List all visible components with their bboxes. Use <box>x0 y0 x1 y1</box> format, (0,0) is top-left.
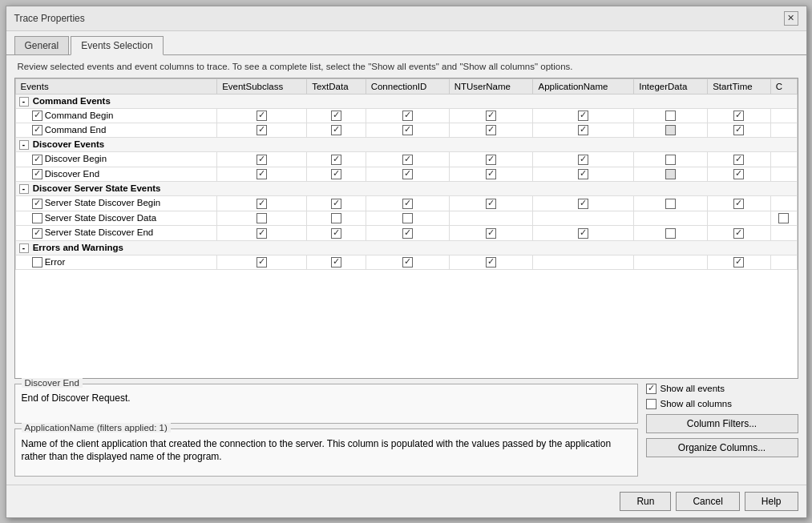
tab-events-selection[interactable]: Events Selection <box>71 36 163 55</box>
col-textdata: TextData <box>307 78 366 94</box>
cell-checkbox[interactable] <box>257 111 267 121</box>
help-button[interactable]: Help <box>745 492 798 511</box>
group-errors-warnings: - Errors and Warnings <box>15 240 797 255</box>
col-applicationname: ApplicationName <box>533 78 634 94</box>
cancel-button[interactable]: Cancel <box>676 492 739 511</box>
cell-checkbox[interactable] <box>733 111 744 121</box>
row-checkbox[interactable] <box>32 155 42 165</box>
cell-checkbox[interactable] <box>331 111 341 121</box>
row-checkbox[interactable] <box>32 111 42 121</box>
cell-checkbox[interactable] <box>331 228 341 239</box>
cell-checkbox[interactable] <box>257 199 267 209</box>
cell-checkbox[interactable] <box>733 257 744 268</box>
bottom-right-panel: Show all events Show all columns Column … <box>646 384 798 477</box>
main-content: Events EventSubclass TextData Connection… <box>6 78 806 485</box>
cell-checkbox[interactable] <box>402 199 413 209</box>
group-toggle-server-state[interactable]: - <box>19 184 29 194</box>
cell-checkbox[interactable] <box>257 257 267 268</box>
discover-end-box: Discover End End of Discover Request. <box>14 384 638 424</box>
tab-bar: General Events Selection <box>6 31 806 55</box>
tab-general[interactable]: General <box>14 36 70 54</box>
cell-checkbox[interactable] <box>665 125 676 135</box>
cell-checkbox[interactable] <box>486 155 496 165</box>
cell-checkbox[interactable] <box>578 111 588 121</box>
close-button[interactable]: ✕ <box>784 11 798 26</box>
table-row: Discover End <box>15 167 797 181</box>
organize-columns-button[interactable]: Organize Columns... <box>646 438 798 457</box>
cell-checkbox[interactable] <box>257 169 267 179</box>
cell-checkbox[interactable] <box>486 199 496 209</box>
cell-checkbox[interactable] <box>733 199 744 209</box>
show-all-columns-label: Show all columns <box>661 399 732 408</box>
cell-checkbox[interactable] <box>665 169 676 179</box>
row-checkbox[interactable] <box>32 169 42 179</box>
show-all-events-row: Show all events <box>646 384 798 394</box>
cell-checkbox[interactable] <box>257 155 267 165</box>
description-text: Review selected events and event columns… <box>6 55 806 78</box>
cell-checkbox[interactable] <box>257 213 267 223</box>
cell-checkbox[interactable] <box>665 111 676 121</box>
cell-checkbox[interactable] <box>486 111 496 121</box>
cell-checkbox[interactable] <box>331 155 341 165</box>
cell-checkbox[interactable] <box>778 213 789 223</box>
col-integerdata: IntegerData <box>634 78 708 94</box>
col-starttime: StartTime <box>708 78 771 94</box>
table-row: Server State Discover Data <box>15 211 797 225</box>
cell-checkbox[interactable] <box>402 155 413 165</box>
cell-checkbox[interactable] <box>486 125 496 135</box>
cell-checkbox[interactable] <box>402 213 413 223</box>
cell-checkbox[interactable] <box>331 257 341 268</box>
cell-checkbox[interactable] <box>402 111 413 121</box>
cell-checkbox[interactable] <box>402 169 413 179</box>
row-checkbox[interactable] <box>32 228 42 239</box>
dialog-footer: Run Cancel Help <box>6 485 806 517</box>
cell-checkbox[interactable] <box>665 155 676 165</box>
cell-checkbox[interactable] <box>733 125 744 135</box>
group-toggle-errors[interactable]: - <box>19 243 29 253</box>
cell-checkbox[interactable] <box>486 257 496 268</box>
cell-checkbox[interactable] <box>402 228 413 239</box>
cell-checkbox[interactable] <box>331 213 341 223</box>
cell-checkbox[interactable] <box>733 169 744 179</box>
cell-checkbox[interactable] <box>733 155 744 165</box>
run-button[interactable]: Run <box>620 492 671 511</box>
cell-checkbox[interactable] <box>578 169 588 179</box>
cell-checkbox[interactable] <box>257 228 267 239</box>
col-ntusername: NTUserName <box>449 78 533 94</box>
row-checkbox[interactable] <box>32 199 42 209</box>
group-label-server-state: Discover Server State Events <box>33 183 161 193</box>
cell-checkbox[interactable] <box>486 228 496 239</box>
row-checkbox[interactable] <box>32 257 42 268</box>
cell-checkbox[interactable] <box>402 257 413 268</box>
group-label-errors: Errors and Warnings <box>33 243 123 252</box>
cell-checkbox[interactable] <box>578 199 588 209</box>
group-toggle-command[interactable]: - <box>19 97 29 107</box>
cell-checkbox[interactable] <box>665 199 676 209</box>
show-all-columns-checkbox[interactable] <box>646 399 656 409</box>
bottom-left-panel: Discover End End of Discover Request. Ap… <box>14 384 638 477</box>
cell-checkbox[interactable] <box>331 199 341 209</box>
cell-checkbox[interactable] <box>486 169 496 179</box>
col-extra: C <box>770 78 797 94</box>
row-checkbox[interactable] <box>32 213 42 223</box>
cell-checkbox[interactable] <box>257 125 267 135</box>
events-table-container[interactable]: Events EventSubclass TextData Connection… <box>14 78 798 379</box>
group-toggle-discover[interactable]: - <box>19 140 29 150</box>
dialog-title: Trace Properties <box>14 13 85 24</box>
cell-checkbox[interactable] <box>402 125 413 135</box>
table-body: - Command Events Command Begin <box>15 94 797 270</box>
cell-checkbox[interactable] <box>578 125 588 135</box>
row-checkbox[interactable] <box>32 125 42 135</box>
cell-checkbox[interactable] <box>331 169 341 179</box>
group-label-discover: Discover Events <box>33 139 105 149</box>
cell-checkbox[interactable] <box>733 228 744 239</box>
cell-checkbox[interactable] <box>578 155 588 165</box>
cell-checkbox[interactable] <box>331 125 341 135</box>
show-all-events-checkbox[interactable] <box>646 384 656 394</box>
cell-checkbox[interactable] <box>578 228 588 239</box>
bottom-section: Discover End End of Discover Request. Ap… <box>14 384 798 477</box>
column-filters-button[interactable]: Column Filters... <box>646 414 798 433</box>
dialog: Trace Properties ✕ General Events Select… <box>6 6 807 518</box>
cell-checkbox[interactable] <box>665 228 676 239</box>
table-row: Command Begin <box>15 108 797 123</box>
